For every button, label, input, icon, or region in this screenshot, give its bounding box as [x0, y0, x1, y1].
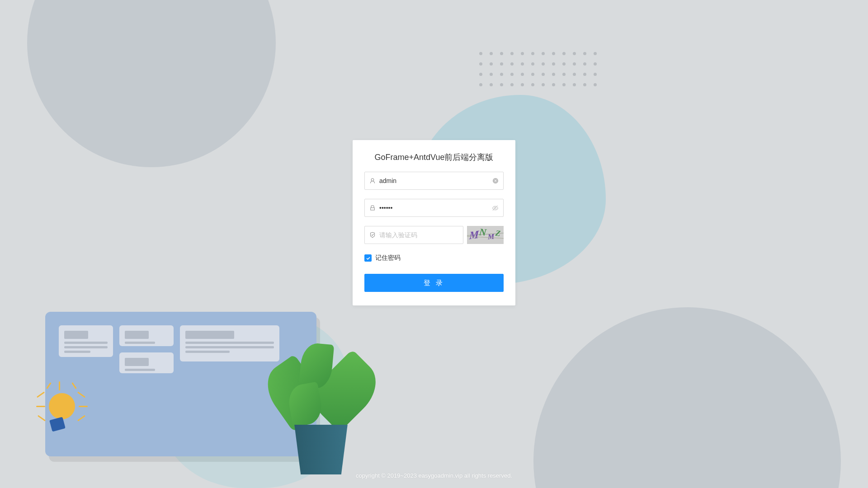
captcha-input[interactable]: [379, 226, 458, 244]
bg-blob-1: [27, 0, 276, 167]
dot-grid-decoration: [479, 52, 597, 86]
remember-label: 记住密码: [375, 254, 401, 262]
username-input[interactable]: [379, 172, 492, 189]
user-icon: [369, 178, 376, 184]
username-field-wrap[interactable]: [364, 172, 504, 190]
bg-blob-2: [533, 307, 841, 488]
captcha-image[interactable]: MNMZ: [467, 226, 504, 244]
password-input[interactable]: [379, 199, 492, 216]
shield-icon: [369, 232, 376, 238]
lock-icon: [369, 205, 376, 211]
login-card: GoFrame+AntdVue前后端分离版 MNMZ: [353, 140, 515, 305]
decorative-illustration: [32, 239, 384, 420]
eye-invisible-icon[interactable]: [492, 205, 499, 211]
clear-icon[interactable]: [492, 178, 499, 184]
password-field-wrap[interactable]: [364, 199, 504, 217]
login-title: GoFrame+AntdVue前后端分离版: [364, 152, 504, 163]
captcha-field-wrap[interactable]: [364, 226, 463, 244]
remember-row: 记住密码: [364, 254, 504, 262]
remember-checkbox[interactable]: [364, 254, 372, 262]
login-button[interactable]: 登 录: [364, 274, 504, 292]
footer-text: copyright © 2019~2023 easygoadmin.vip al…: [0, 472, 868, 479]
